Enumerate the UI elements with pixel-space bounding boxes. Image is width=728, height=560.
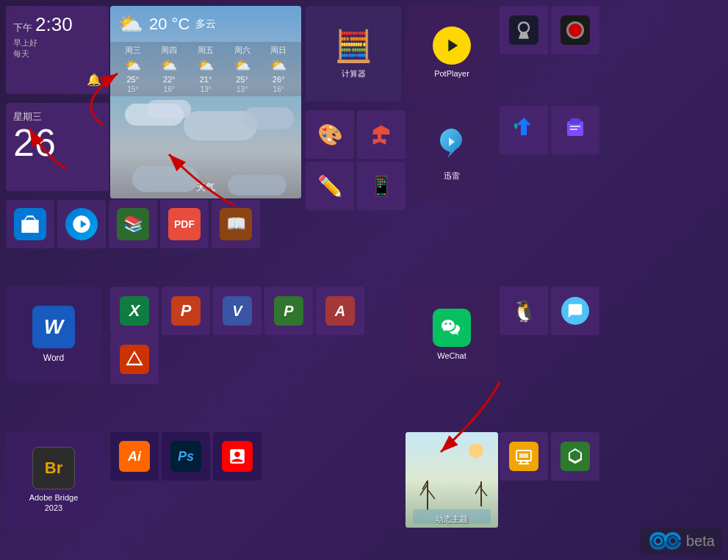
small-apps-row: 📚 PDF 📖 — [6, 200, 260, 248]
tile-pdf[interactable]: PDF — [160, 200, 209, 248]
tile-xunlei[interactable]: 迅雷 — [406, 106, 498, 201]
svg-rect-5 — [570, 129, 577, 130]
pin-icon — [370, 123, 392, 146]
tile-powerpoint[interactable]: P — [162, 287, 210, 335]
green-util-icon — [561, 442, 590, 471]
project-icon: P — [274, 296, 303, 326]
weather-widget[interactable]: ⛅ 20 °C 多云 周三 ⛅ 25° 15° 周四 ⛅ 22° 16° 周五 … — [110, 6, 301, 198]
calculator-label: 计算器 — [342, 68, 366, 79]
svg-line-12 — [481, 489, 487, 496]
tile-alien[interactable] — [500, 6, 548, 54]
tile-green-util[interactable] — [551, 432, 599, 481]
excel-icon: X — [120, 296, 149, 326]
office-apps-group: X P V P A — [110, 287, 364, 335]
fenix-icon — [120, 345, 149, 374]
bridge-icon: Br — [32, 447, 75, 489]
tile-illustrator[interactable]: Ai — [110, 432, 159, 481]
tile-excel[interactable]: X — [110, 287, 159, 335]
tile-access[interactable]: A — [316, 287, 364, 335]
tile-word[interactable]: W Word — [6, 287, 101, 382]
bubble-icon — [561, 297, 589, 325]
clock-greeting2: 每天 — [13, 49, 101, 60]
tile-tablet[interactable]: 📱 — [357, 162, 406, 210]
tile-qq[interactable]: 🐧 — [500, 287, 548, 335]
svg-point-19 — [655, 537, 662, 545]
tile-calculator[interactable]: 🧮 计算器 — [306, 6, 401, 101]
tile-bridge[interactable]: Br Adobe Bridge2023 — [6, 432, 101, 528]
feishu-icon — [511, 115, 537, 146]
weather-day-wed: 周三 ⛅ 25° 15° — [125, 45, 141, 93]
bell-icon: 🔔 — [87, 73, 101, 87]
edge-icon — [65, 208, 98, 240]
tile-stylus[interactable]: ✏️ — [306, 162, 354, 210]
pcbeta-logo — [648, 531, 682, 551]
tile-greenapp[interactable]: 📚 — [109, 200, 157, 248]
clock-time: 2:30 — [35, 13, 73, 36]
weather-label: 天气 — [196, 181, 215, 194]
tile-dynamic-theme[interactable]: 动态主题 — [406, 432, 498, 528]
xunlei-icon — [434, 126, 469, 168]
clock-period: 下午 — [13, 21, 32, 35]
tile-vmware[interactable] — [500, 432, 548, 481]
store-icon — [14, 208, 46, 240]
clipboard-icon — [563, 115, 588, 146]
theme-label: 动态主题 — [436, 514, 468, 525]
tile-edge[interactable] — [57, 200, 106, 248]
pcbeta-watermark: beta — [641, 528, 722, 554]
tablet-icon: 📱 — [370, 175, 393, 198]
weather-icon: ⛅ — [118, 12, 143, 36]
day-number: 26 — [13, 123, 101, 162]
theme-tree-left — [417, 473, 439, 513]
powerpoint-icon: P — [171, 296, 201, 326]
top-right-icons — [500, 6, 599, 54]
palette-group: 🎨 ✏️ 📱 — [306, 110, 406, 210]
green-app-icon: 📚 — [117, 208, 149, 240]
tile-feishu[interactable] — [500, 106, 548, 154]
word-label: Word — [43, 353, 64, 363]
bottom-right-icons — [500, 432, 599, 481]
tile-pin[interactable] — [357, 110, 406, 159]
tile-record[interactable] — [551, 6, 599, 54]
wechat-label: WeChat — [437, 351, 466, 360]
tile-paint[interactable]: 🎨 — [306, 110, 354, 159]
svg-line-8 — [428, 489, 435, 499]
tile-visio[interactable]: V — [213, 287, 262, 335]
tile-acrobat[interactable] — [213, 432, 262, 481]
mid-right-icons — [500, 106, 599, 154]
clock-greeting1: 早上好 — [13, 37, 101, 49]
tile-store[interactable] — [6, 200, 54, 248]
potplayer-label: PotPlayer — [434, 69, 469, 78]
stylus-icon: ✏️ — [317, 174, 343, 198]
weather-desc: 多云 — [195, 18, 216, 31]
tile-clipboard-manager[interactable] — [551, 106, 599, 154]
theme-tree-right — [472, 475, 491, 509]
tile-fenix[interactable] — [110, 335, 159, 384]
tile-wechat[interactable]: WeChat — [406, 287, 498, 382]
potplayer-icon — [433, 26, 471, 65]
bridge-label: Adobe Bridge2023 — [29, 492, 79, 514]
tile-potplayer[interactable]: PotPlayer — [406, 6, 498, 98]
record-icon — [561, 15, 590, 45]
calculator-icon: 🧮 — [334, 28, 372, 64]
weather-temp: 20 °C — [149, 15, 190, 34]
tile-books[interactable]: 📖 — [212, 200, 260, 248]
xunlei-label: 迅雷 — [444, 170, 460, 182]
clock-widget: 下午 2:30 早上好 每天 🔔 — [6, 6, 109, 94]
access-icon: A — [325, 296, 355, 326]
acrobat-icon — [222, 441, 253, 472]
svg-rect-14 — [519, 453, 528, 458]
weather-day-thu: 周四 ⛅ 22° 16° — [161, 45, 177, 93]
pdf-icon: PDF — [168, 208, 201, 240]
office-row2b — [110, 335, 159, 384]
photoshop-icon: Ps — [170, 441, 201, 472]
start-menu: 下午 2:30 早上好 每天 🔔 星期三 26 ⛅ 20 °C 多云 周三 ⛅ … — [0, 0, 728, 560]
theme-sun — [469, 443, 483, 458]
tile-photoshop[interactable]: Ps — [162, 432, 210, 481]
weather-day-sat: 周六 ⛅ 25° 13° — [234, 45, 251, 93]
tile-project[interactable]: P — [264, 287, 313, 335]
vmware-icon — [509, 442, 538, 471]
social-icons-group: 🐧 — [500, 287, 599, 335]
visio-icon: V — [223, 296, 252, 326]
tile-bubble[interactable] — [551, 287, 599, 335]
qq-icon: 🐧 — [511, 299, 537, 323]
